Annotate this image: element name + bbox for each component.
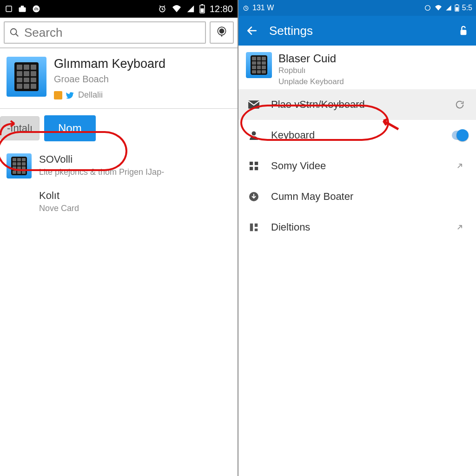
list-item-title: SOVolli bbox=[39, 153, 164, 165]
signal-icon bbox=[445, 5, 452, 11]
statusbar-right: 131 W 5:5 bbox=[238, 0, 476, 16]
app-meta-row: Dellalii bbox=[54, 90, 231, 100]
settings-row-dieltions[interactable]: Dieltions bbox=[238, 212, 476, 243]
search-input[interactable] bbox=[24, 26, 200, 40]
app-publisher[interactable]: Groae Boach bbox=[54, 74, 231, 85]
download-icon bbox=[247, 191, 261, 202]
arrow-out-icon bbox=[452, 161, 468, 171]
voice-search-button[interactable] bbox=[210, 21, 234, 44]
circle-icon: ds bbox=[32, 4, 41, 13]
wifi-icon bbox=[172, 5, 182, 13]
settings-row-label: Cumn May Boater bbox=[271, 191, 442, 203]
sync-icon bbox=[424, 4, 431, 12]
svg-rect-27 bbox=[250, 224, 253, 231]
battery-icon bbox=[199, 4, 205, 13]
arrow-out-icon bbox=[452, 223, 468, 232]
alarm-icon bbox=[158, 4, 167, 13]
settings-header-sub1: Ropbulı bbox=[278, 66, 344, 75]
settings-row-label: Somy Videe bbox=[271, 160, 442, 172]
svg-rect-24 bbox=[250, 167, 253, 170]
appbar: Settings bbox=[238, 16, 476, 46]
svg-rect-17 bbox=[456, 4, 457, 5]
app-meta-text: Dellalii bbox=[78, 90, 103, 100]
svg-point-15 bbox=[425, 6, 430, 11]
buttons-row: -Intalı Nom bbox=[0, 109, 238, 148]
settings-row-keyboard[interactable]: Keyboard bbox=[238, 120, 476, 151]
back-button[interactable] bbox=[246, 25, 258, 37]
nom-button[interactable]: Nom bbox=[44, 115, 96, 141]
install-button[interactable]: -Intalı bbox=[0, 116, 40, 140]
search-box[interactable] bbox=[4, 21, 206, 44]
toggle-switch[interactable] bbox=[452, 131, 468, 140]
svg-text:ds: ds bbox=[34, 7, 39, 11]
svg-rect-13 bbox=[54, 91, 62, 99]
list-item-sub: Lite pkejoncs & thom Prigen IJap- bbox=[39, 167, 164, 177]
wifi-icon bbox=[434, 5, 443, 11]
statusbar-time: 5:5 bbox=[462, 4, 472, 12]
settings-header-sub2: Unplade Keyboard bbox=[278, 77, 344, 86]
mail-icon bbox=[247, 100, 261, 109]
grid-icon bbox=[247, 161, 261, 171]
list-item-title: Kolıt bbox=[39, 190, 79, 202]
settings-header-title: Blaser Cuid bbox=[278, 52, 344, 65]
statusbar-left-text: 131 W bbox=[252, 4, 274, 12]
svg-rect-2 bbox=[21, 6, 24, 7]
person-icon bbox=[247, 130, 261, 141]
settings-row-label: Dieltions bbox=[271, 221, 442, 233]
app-header: Glımmam Keyboard Groae Boach Dellalii bbox=[0, 48, 238, 104]
svg-point-11 bbox=[219, 28, 225, 33]
list-item-sub: Nove Card bbox=[39, 204, 79, 213]
alarm-icon bbox=[242, 4, 250, 12]
settings-row-label: Plae vStrn/Keyboard bbox=[271, 99, 442, 111]
twitter-icon bbox=[66, 91, 74, 99]
svg-rect-29 bbox=[255, 229, 258, 231]
svg-rect-18 bbox=[456, 7, 458, 11]
svg-rect-22 bbox=[250, 162, 253, 165]
app-icon bbox=[7, 57, 46, 97]
signal-icon bbox=[186, 5, 195, 13]
settings-row-video[interactable]: Somy Videe bbox=[238, 151, 476, 181]
svg-point-21 bbox=[252, 132, 256, 136]
dashboard-icon bbox=[247, 222, 261, 232]
notif-icon bbox=[5, 5, 13, 13]
appbar-title: Settings bbox=[269, 24, 313, 38]
badge-icon bbox=[54, 91, 62, 99]
battery-icon bbox=[455, 4, 459, 12]
statusbar-left: ds 12:80 bbox=[0, 0, 238, 18]
settings-row-boater[interactable]: Cumn May Boater bbox=[238, 181, 476, 212]
svg-rect-8 bbox=[200, 8, 204, 13]
settings-row-label: Keyboard bbox=[271, 129, 442, 141]
briefcase-icon bbox=[18, 4, 27, 13]
settings-header: Blaser Cuid Ropbulı Unplade Keyboard bbox=[238, 46, 476, 89]
svg-rect-23 bbox=[255, 162, 258, 165]
list-app-icon bbox=[7, 153, 32, 178]
svg-rect-25 bbox=[255, 167, 258, 170]
settings-app-icon bbox=[246, 52, 272, 78]
svg-line-10 bbox=[16, 34, 19, 37]
search-icon bbox=[9, 27, 20, 38]
refresh-icon[interactable] bbox=[452, 99, 468, 110]
app-title: Glımmam Keyboard bbox=[54, 57, 231, 71]
list-item[interactable]: Kolıt Nove Card bbox=[0, 184, 238, 219]
svg-rect-1 bbox=[19, 7, 26, 12]
svg-rect-0 bbox=[6, 6, 12, 12]
list-item[interactable]: SOVolli Lite pkejoncs & thom Prigen IJap… bbox=[0, 148, 238, 184]
svg-rect-28 bbox=[255, 224, 258, 227]
statusbar-time: 12:80 bbox=[210, 4, 233, 14]
search-row bbox=[0, 18, 238, 48]
svg-point-9 bbox=[11, 29, 17, 35]
svg-rect-7 bbox=[201, 4, 203, 5]
lock-icon[interactable] bbox=[458, 25, 469, 37]
settings-row-keyboard-enable[interactable]: Plae vStrn/Keyboard bbox=[238, 89, 476, 120]
svg-rect-19 bbox=[461, 30, 467, 35]
